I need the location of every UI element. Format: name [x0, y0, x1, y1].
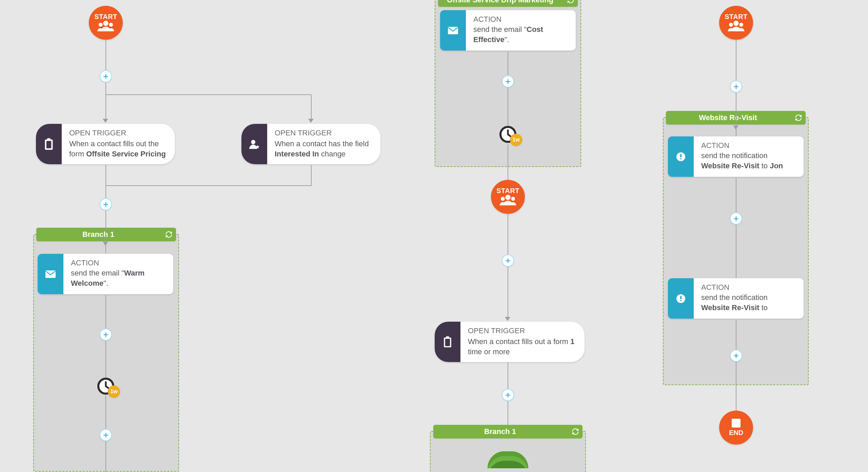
- group-icon: [499, 193, 517, 207]
- branch-header-offsite-drip[interactable]: Offsite Service Drip Marketing: [438, 0, 578, 7]
- connector: [105, 165, 106, 185]
- arrow-down-icon: [308, 119, 314, 123]
- arrow-down-icon: [103, 242, 108, 246]
- card-title: OPEN TRIGGER: [69, 129, 167, 137]
- connector: [105, 40, 106, 70]
- add-step-button[interactable]: [502, 254, 514, 267]
- card-title: ACTION: [473, 15, 568, 24]
- connector: [311, 94, 312, 119]
- connector: [736, 320, 736, 350]
- connector: [508, 144, 508, 181]
- connector: [736, 362, 736, 411]
- arrow-down-icon: [103, 119, 108, 123]
- clipboard-icon: [36, 124, 62, 164]
- end-node[interactable]: END: [719, 411, 753, 445]
- delay-duration: 1w: [108, 385, 120, 398]
- connector: [105, 82, 106, 94]
- envelope-icon: [440, 10, 466, 51]
- add-step-button[interactable]: [502, 389, 514, 401]
- card-title: OPEN TRIGGER: [468, 326, 576, 335]
- action-card-notify[interactable]: ACTION send the notification Website Re-…: [668, 278, 804, 319]
- trigger-card-form[interactable]: OPEN TRIGGER When a contact fills out th…: [36, 124, 175, 164]
- alert-icon: [668, 136, 694, 177]
- card-text: When a contact fills out a form 1 time o…: [468, 337, 576, 357]
- group-icon: [727, 19, 745, 33]
- svg-point-0: [103, 20, 108, 25]
- envelope-icon: [38, 254, 63, 294]
- delay-1w[interactable]: 1w: [96, 377, 115, 396]
- stop-icon: [732, 419, 741, 428]
- connector: [508, 267, 508, 318]
- connector: [105, 94, 106, 119]
- svg-rect-10: [47, 138, 51, 141]
- connector: [508, 52, 508, 75]
- add-step-button[interactable]: [730, 350, 742, 362]
- branch-title: Website Re-Visit: [666, 113, 790, 122]
- trigger-card-form-any[interactable]: OPEN TRIGGER When a contact fills out a …: [435, 322, 585, 362]
- svg-rect-28: [680, 154, 682, 157]
- action-card-notify-jon[interactable]: ACTION send the notification Website Re-…: [668, 136, 804, 177]
- delay-1w[interactable]: 1w: [498, 125, 517, 144]
- add-step-button[interactable]: [100, 328, 112, 341]
- arrow-down-icon: [505, 317, 510, 321]
- action-card-email-cost-effective[interactable]: ACTION send the email "Cost Effective".: [440, 10, 576, 51]
- delay-duration: 1w: [510, 134, 522, 146]
- card-text: send the email "Warm Welcome".: [71, 268, 165, 288]
- svg-point-13: [251, 140, 255, 144]
- svg-rect-22: [446, 336, 449, 339]
- svg-point-2: [109, 22, 113, 26]
- svg-rect-11: [46, 141, 51, 148]
- svg-rect-29: [680, 158, 682, 159]
- clipboard-icon: [435, 322, 460, 362]
- connector: [105, 210, 106, 253]
- arrow-down-icon: [733, 126, 738, 130]
- refresh-icon[interactable]: [567, 0, 574, 4]
- connector: [736, 40, 736, 80]
- connector: [508, 214, 508, 255]
- refresh-icon[interactable]: [795, 114, 802, 121]
- card-text: When a contact has the field Interested …: [275, 139, 372, 159]
- svg-point-26: [739, 22, 743, 26]
- connector: [736, 178, 736, 213]
- group-icon: [97, 19, 115, 33]
- connector: [105, 185, 312, 186]
- alert-icon: [668, 278, 694, 319]
- add-step-button[interactable]: [100, 429, 112, 441]
- svg-rect-32: [680, 300, 682, 301]
- start-node[interactable]: START: [719, 6, 753, 40]
- branch-header-branch1-b[interactable]: Branch 1: [433, 425, 583, 438]
- refresh-icon[interactable]: [165, 231, 173, 238]
- start-node[interactable]: START: [491, 180, 525, 214]
- connector: [105, 185, 106, 199]
- svg-point-19: [501, 196, 505, 201]
- connector: [105, 396, 106, 430]
- connector: [105, 295, 106, 329]
- svg-point-1: [99, 22, 103, 26]
- svg-point-25: [729, 22, 733, 26]
- refresh-icon[interactable]: [572, 428, 579, 435]
- add-step-button[interactable]: [502, 75, 514, 88]
- svg-point-20: [511, 196, 515, 201]
- card-title: ACTION: [701, 283, 795, 292]
- svg-point-18: [505, 194, 510, 200]
- card-text: When a contact fills out the form Offsit…: [69, 139, 167, 159]
- connector: [508, 362, 508, 390]
- person-star-icon: [241, 124, 267, 164]
- svg-rect-31: [680, 296, 682, 299]
- branch-header-branch1[interactable]: Branch 1: [36, 228, 176, 241]
- connector: [105, 341, 106, 378]
- add-step-button[interactable]: [100, 198, 112, 210]
- action-card-email-warm-welcome[interactable]: ACTION send the email "Warm Welcome".: [38, 254, 173, 294]
- add-step-button[interactable]: [730, 212, 742, 225]
- connector: [508, 88, 508, 126]
- card-title: ACTION: [701, 141, 795, 150]
- card-text: send the email "Cost Effective".: [473, 24, 568, 44]
- start-node[interactable]: START: [89, 6, 123, 40]
- add-step-button[interactable]: [100, 70, 112, 82]
- add-step-button[interactable]: [730, 80, 742, 93]
- trigger-card-field[interactable]: OPEN TRIGGER When a contact has the fiel…: [241, 124, 380, 164]
- connector: [311, 165, 312, 185]
- card-title: OPEN TRIGGER: [275, 129, 372, 137]
- card-text: send the notification Website Re-Visit t…: [701, 292, 795, 313]
- svg-rect-23: [445, 339, 450, 346]
